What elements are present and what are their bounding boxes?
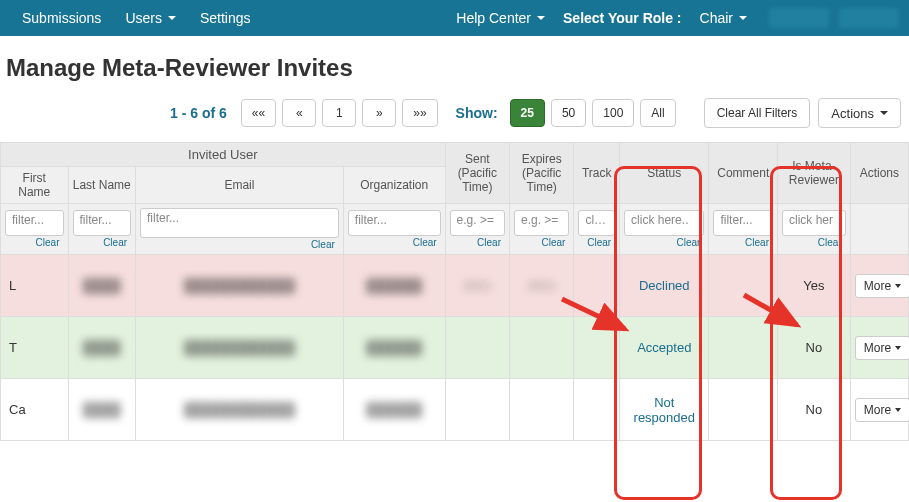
header-track[interactable]: Track xyxy=(574,143,620,204)
table-row: L██████████████████████20212021DeclinedY… xyxy=(1,255,909,317)
cell-status: Not responded xyxy=(620,379,709,441)
cell-last-name: ████ xyxy=(68,379,136,441)
actions-dropdown-button[interactable]: Actions xyxy=(818,98,901,128)
pager-first-button[interactable]: «« xyxy=(241,99,276,127)
pager-prev-button[interactable]: « xyxy=(282,99,316,127)
filter-sent-input[interactable]: e.g. >= xyxy=(450,210,505,236)
show-100-button[interactable]: 100 xyxy=(592,99,634,127)
cell-first-name: T xyxy=(1,317,69,379)
cell-is-meta: No xyxy=(778,317,851,379)
filter-email-input[interactable]: filter... xyxy=(140,208,339,238)
clear-filter-comment[interactable]: Clear xyxy=(713,236,773,248)
table-row: T██████████████████████AcceptedNoMore xyxy=(1,317,909,379)
header-organization[interactable]: Organization xyxy=(343,167,445,204)
cell-organization: ██████ xyxy=(343,317,445,379)
invites-table: Invited User Sent (Pacific Time) Expires… xyxy=(0,142,909,441)
nav-users-label: Users xyxy=(125,10,162,26)
page-range: 1 - 6 of 6 xyxy=(170,105,227,121)
cell-is-meta: Yes xyxy=(778,255,851,317)
clear-all-filters-button[interactable]: Clear All Filters xyxy=(704,98,811,128)
nav-role-dropdown[interactable]: Chair xyxy=(688,2,759,34)
show-all-button[interactable]: All xyxy=(640,99,675,127)
nav-users[interactable]: Users xyxy=(113,2,188,34)
chevron-down-icon xyxy=(880,111,888,115)
filter-first-name-input[interactable]: filter... xyxy=(5,210,64,236)
cell-actions: More xyxy=(850,379,908,441)
cell-sent xyxy=(445,379,509,441)
filter-status-input[interactable]: click here.. xyxy=(624,210,704,236)
cell-expires xyxy=(510,379,574,441)
nav-submissions[interactable]: Submissions xyxy=(10,2,113,34)
cell-first-name: Ca xyxy=(1,379,69,441)
clear-filter-organization[interactable]: Clear xyxy=(348,236,441,248)
toolbar: 1 - 6 of 6 «« « 1 » »» Show: 25 50 100 A… xyxy=(0,92,909,142)
header-email[interactable]: Email xyxy=(136,167,344,204)
header-sent[interactable]: Sent (Pacific Time) xyxy=(445,143,509,204)
clear-filter-is-meta[interactable]: Clear xyxy=(782,236,846,248)
clear-filter-email[interactable]: Clear xyxy=(140,238,339,250)
chevron-down-icon xyxy=(168,16,176,20)
cell-comment xyxy=(709,255,778,317)
cell-status: Accepted xyxy=(620,317,709,379)
filter-organization-input[interactable]: filter... xyxy=(348,210,441,236)
cell-email: ████████████ xyxy=(136,379,344,441)
navbar: Submissions Users Settings Help Center S… xyxy=(0,0,909,36)
filter-track-input[interactable]: click xyxy=(578,210,615,236)
cell-actions: More xyxy=(850,255,908,317)
cell-last-name: ████ xyxy=(68,317,136,379)
chevron-down-icon xyxy=(739,16,747,20)
more-button[interactable]: More xyxy=(855,336,909,360)
header-last-name[interactable]: Last Name xyxy=(68,167,136,204)
header-actions: Actions xyxy=(850,143,908,204)
cell-is-meta: No xyxy=(778,379,851,441)
clear-filter-last-name[interactable]: Clear xyxy=(73,236,132,248)
cell-first-name: L xyxy=(1,255,69,317)
page-title: Manage Meta-Reviewer Invites xyxy=(0,36,909,92)
cell-track xyxy=(574,317,620,379)
pager-last-button[interactable]: »» xyxy=(402,99,437,127)
chevron-down-icon xyxy=(895,408,901,412)
header-first-name[interactable]: First Name xyxy=(1,167,69,204)
clear-filter-expires[interactable]: Clear xyxy=(514,236,569,248)
filter-is-meta-input[interactable]: click her xyxy=(782,210,846,236)
pager-page-button[interactable]: 1 xyxy=(322,99,356,127)
cell-last-name: ████ xyxy=(68,255,136,317)
nav-help-center[interactable]: Help Center xyxy=(444,2,557,34)
chevron-down-icon xyxy=(895,284,901,288)
nav-role-value: Chair xyxy=(700,10,733,26)
pager-next-button[interactable]: » xyxy=(362,99,396,127)
actions-dropdown-label: Actions xyxy=(831,106,874,121)
more-button[interactable]: More xyxy=(855,274,909,298)
clear-filter-sent[interactable]: Clear xyxy=(450,236,505,248)
clear-filter-first-name[interactable]: Clear xyxy=(5,236,64,248)
cell-status: Declined xyxy=(620,255,709,317)
cell-email: ████████████ xyxy=(136,255,344,317)
nav-settings[interactable]: Settings xyxy=(188,2,263,34)
nav-obscured-1 xyxy=(769,8,829,28)
cell-organization: ██████ xyxy=(343,255,445,317)
cell-comment xyxy=(709,317,778,379)
filter-expires-input[interactable]: e.g. >= xyxy=(514,210,569,236)
cell-organization: ██████ xyxy=(343,379,445,441)
header-comment[interactable]: Comment xyxy=(709,143,778,204)
nav-help-center-label: Help Center xyxy=(456,10,531,26)
header-is-meta[interactable]: Is Meta-Reviewer xyxy=(778,143,851,204)
show-50-button[interactable]: 50 xyxy=(551,99,586,127)
clear-filter-track[interactable]: Clear xyxy=(578,236,615,248)
cell-track xyxy=(574,379,620,441)
filter-comment-input[interactable]: filter... xyxy=(713,210,773,236)
cell-sent xyxy=(445,317,509,379)
show-25-button[interactable]: 25 xyxy=(510,99,545,127)
header-expires[interactable]: Expires (Pacific Time) xyxy=(510,143,574,204)
cell-expires xyxy=(510,317,574,379)
more-button[interactable]: More xyxy=(855,398,909,422)
header-invited-user: Invited User xyxy=(1,143,446,167)
chevron-down-icon xyxy=(895,346,901,350)
cell-email: ████████████ xyxy=(136,317,344,379)
cell-actions: More xyxy=(850,317,908,379)
cell-expires: 2021 xyxy=(510,255,574,317)
clear-filter-status[interactable]: Clear xyxy=(624,236,704,248)
filter-last-name-input[interactable]: filter... xyxy=(73,210,132,236)
chevron-down-icon xyxy=(537,16,545,20)
header-status[interactable]: Status xyxy=(620,143,709,204)
